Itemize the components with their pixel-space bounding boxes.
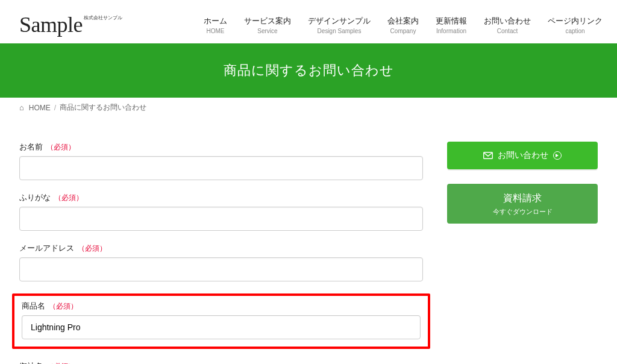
required-badge: （必須） [78,244,107,253]
breadcrumb-current: 商品に関するお問い合わせ [60,102,146,113]
sidebar-contact-label: お問い合わせ [498,150,548,161]
required-badge: （必須） [46,143,75,151]
nav-label: デザインサンプル [308,16,371,25]
nav-label: ページ内リンク [548,16,603,25]
breadcrumb: HOME / 商品に関するお問い合わせ [0,98,617,118]
nav-design-samples[interactable]: デザインサンプル Design Samples [308,16,371,34]
field-product-highlighted: 商品名 （必須） [12,293,430,349]
label-product: 商品名 （必須） [22,301,421,312]
nav-contact[interactable]: お問い合わせ Contact [484,16,531,34]
page-hero: 商品に関するお問い合わせ [0,43,617,98]
sidebar-download-button[interactable]: 資料請求 今すぐダウンロード [447,184,598,224]
field-name: お名前 （必須） [19,142,423,180]
field-furigana: ふりがな （必須） [19,192,423,231]
label-company: 御社名 （必須） [19,361,423,364]
nav-home[interactable]: ホーム HOME [204,16,227,34]
nav-sublabel: Company [387,28,419,34]
nav-sublabel: caption [548,28,603,34]
site-header: Sample 株式会社サンプル ホーム HOME サービス案内 Service … [0,0,617,43]
sidebar-contact-button[interactable]: お問い合わせ [447,142,598,169]
field-company: 御社名 （必須） [19,361,423,364]
nav-service[interactable]: サービス案内 Service [244,16,291,34]
label-email: メールアドレス （必須） [19,243,423,254]
input-name[interactable] [19,156,423,180]
field-email: メールアドレス （必須） [19,243,423,281]
home-icon [19,103,25,112]
nav-label: 更新情報 [436,16,467,25]
site-logo[interactable]: Sample 株式会社サンプル [19,12,122,37]
label-name: お名前 （必須） [19,142,423,152]
main-nav: ホーム HOME サービス案内 Service デザインサンプル Design … [204,16,603,34]
breadcrumb-home[interactable]: HOME [29,104,51,112]
nav-label: お問い合わせ [484,16,531,25]
logo-text: Sample [19,12,83,37]
mail-icon [483,152,493,159]
label-furigana: ふりがな （必須） [19,192,423,203]
nav-company[interactable]: 会社案内 Company [387,16,419,34]
nav-label: ホーム [204,16,227,25]
input-furigana[interactable] [19,207,423,231]
input-email[interactable] [19,257,423,281]
sidebar-download-sub: 今すぐダウンロード [453,207,592,216]
nav-label: 会社案内 [387,16,419,25]
nav-sublabel: Design Samples [308,28,371,34]
input-product[interactable] [22,315,421,339]
required-badge: （必須） [54,193,83,202]
logo-subtitle: 株式会社サンプル [84,14,122,21]
page-title: 商品に関するお問い合わせ [0,61,617,80]
nav-sublabel: Contact [484,28,531,34]
sidebar-download-main: 資料請求 [453,192,592,205]
nav-sublabel: Service [244,28,291,34]
arrow-right-icon [553,151,562,160]
nav-sublabel: HOME [204,28,227,34]
nav-caption[interactable]: ページ内リンク caption [548,16,603,34]
nav-information[interactable]: 更新情報 Information [436,16,467,34]
nav-label: サービス案内 [244,16,291,25]
breadcrumb-separator: / [54,104,56,112]
sidebar: お問い合わせ 資料請求 今すぐダウンロード [447,142,598,238]
required-badge: （必須） [49,302,78,310]
inquiry-form: お名前 （必須） ふりがな （必須） メールアドレス （必須） 商品名 （必須） [19,142,423,364]
nav-sublabel: Information [436,28,467,34]
